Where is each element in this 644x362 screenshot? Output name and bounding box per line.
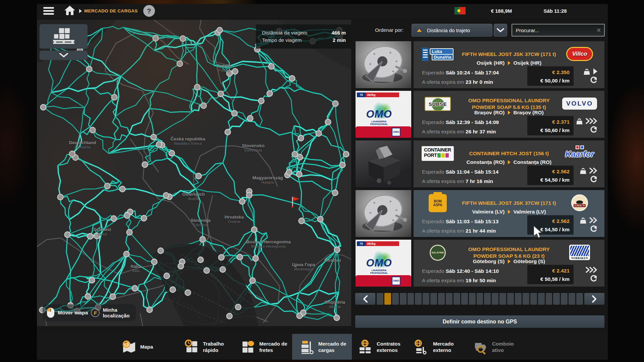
clear-search-icon[interactable]: × xyxy=(597,26,601,34)
page-square[interactable] xyxy=(377,293,383,305)
menu-icon[interactable] xyxy=(43,7,54,15)
cargo-advisor-button[interactable] xyxy=(40,24,88,49)
urgency-icon xyxy=(589,217,598,224)
page-square[interactable] xyxy=(446,293,452,305)
recurring-job-icon xyxy=(590,225,597,232)
page-square[interactable] xyxy=(392,293,399,305)
page-square[interactable] xyxy=(515,293,522,305)
offer-card[interactable]: CONTAINERPORTCONTAINER HITCH JOST (156 t… xyxy=(355,140,604,187)
page-square[interactable] xyxy=(507,293,514,305)
country-label: ItaliaItália xyxy=(131,264,141,273)
page-square[interactable] xyxy=(576,293,583,305)
route-from: Valmiera (LV) xyxy=(472,209,504,215)
offer-recurring xyxy=(590,126,597,133)
recurring-job-icon xyxy=(590,76,597,83)
page-square[interactable] xyxy=(477,293,483,305)
page-square[interactable] xyxy=(530,293,537,305)
page-square[interactable] xyxy=(461,293,468,305)
offer-price: € 2.562 xyxy=(527,167,570,176)
bottom-navigation: MapaTrabalhorápidoMercado defretesMercad… xyxy=(37,334,608,360)
country-label: Kosovo xyxy=(324,258,341,263)
offer-flags xyxy=(576,117,598,125)
map-hints-box: Mover mapa F Minhalocalização xyxy=(43,304,136,321)
map-icon xyxy=(121,339,137,355)
offer-recurring xyxy=(590,175,597,183)
offer-route: Valmiera (LV)Valmiera (LV) xyxy=(447,208,571,216)
map-road-network xyxy=(37,20,351,326)
route-to: Brașov (RO) xyxy=(514,110,544,116)
country-label: MagyarországHungria xyxy=(253,175,283,184)
offer-route: Brașov (RO)Brașov (RO) xyxy=(447,109,571,116)
price-box: € 2.371€ 50,60 / km xyxy=(527,116,574,135)
nav-item-extmarket[interactable]: Mercadoexterno xyxy=(414,334,454,360)
route-arrow-icon xyxy=(508,111,511,115)
nav-item-cargo[interactable]: Mercado decargas xyxy=(292,334,352,360)
page-square[interactable] xyxy=(415,293,422,305)
offer-card[interactable]: BOMASPAFIFTH WHEEL JOST JSK 37CW (171 t)… xyxy=(355,190,604,237)
next-page-button[interactable] xyxy=(584,293,604,305)
external-market-icon xyxy=(414,339,430,355)
freight-offers-panel: Ordenar por: Distância do trajeto Procur… xyxy=(355,20,604,326)
page-square[interactable] xyxy=(469,293,476,305)
offer-card[interactable]: LukaDunaViaFIFTH WHEEL JOST JSK 37CW (17… xyxy=(355,41,604,88)
offer-card[interactable]: 70462kgOMOLAVANDERIAPROFISSIONALOMOSALAT… xyxy=(355,240,604,287)
fifth-wheel-photo xyxy=(356,41,411,88)
price-box: € 2.350€ 50,00 / km xyxy=(527,66,574,86)
nav-item-convoy[interactable]: Comboioativo xyxy=(473,334,514,360)
page-square-active[interactable] xyxy=(384,293,391,305)
nav-item-freight[interactable]: Mercado defretes xyxy=(240,334,287,360)
route-map[interactable]: PolskaPolóniaDeutschlandAlemanhaČeská re… xyxy=(37,20,351,326)
page-square[interactable] xyxy=(400,293,407,305)
offer-recurring xyxy=(590,275,597,282)
offer-route: Göteborg (S)Göteborg (S) xyxy=(447,258,571,265)
sort-selected-value: Distância do trajeto xyxy=(427,27,470,33)
nav-item-map[interactable]: Mapa xyxy=(121,334,153,360)
my-location-hint: Minhalocalização xyxy=(103,307,129,318)
search-placeholder: Procurar... xyxy=(516,27,597,33)
offer-price: € 2.562 xyxy=(527,217,570,226)
page-square[interactable] xyxy=(561,293,568,305)
page-square[interactable] xyxy=(453,293,460,305)
route-to: Valmiera (LV) xyxy=(514,209,546,215)
page-square[interactable] xyxy=(499,293,506,305)
cargo-weight-icon xyxy=(580,167,587,175)
help-button[interactable]: ? xyxy=(143,5,155,17)
sort-dropdown[interactable]: Distância do trajeto xyxy=(412,24,492,37)
nav-item-quickjob[interactable]: Trabalhorápido xyxy=(183,334,224,360)
page-square[interactable] xyxy=(430,293,437,305)
offer-card[interactable]: 70462kgOMOLAVANDERIAPROFISSIONALOMOSUBSE… xyxy=(355,91,604,138)
recurring-job-icon xyxy=(590,176,597,183)
collapse-map-controls-button[interactable] xyxy=(40,51,88,60)
page-square[interactable] xyxy=(546,293,552,305)
mouse-cursor xyxy=(533,225,544,240)
country-label: PolskaPolónia xyxy=(217,63,231,72)
page-square[interactable] xyxy=(423,293,429,305)
country-label: Црна ГораMontenegro xyxy=(292,262,315,271)
mouse-icon xyxy=(47,307,55,318)
page-square[interactable] xyxy=(438,293,445,305)
omo-soap-photo: 70462kgOMOLAVANDERIAPROFISSIONALOMO xyxy=(356,91,411,138)
trip-time-value: 2 min xyxy=(333,37,346,44)
nav-item-contracts[interactable]: Contratosexternos xyxy=(357,334,400,360)
move-map-hint: Mover mapa xyxy=(58,310,88,316)
prev-page-button[interactable] xyxy=(355,293,375,305)
offer-times: Esperado Sáb 12:39 - Sáb 14:09A oferta e… xyxy=(422,118,499,136)
country-label: Bosna i HercegovinaBósnia e Herzegovina xyxy=(246,239,291,248)
page-square[interactable] xyxy=(484,293,491,305)
sort-dropdown-open-button[interactable] xyxy=(494,24,507,37)
page-square[interactable] xyxy=(538,293,545,305)
set-gps-destination-button[interactable]: Definir como destino no GPS xyxy=(355,315,604,328)
offer-price: € 2.350 xyxy=(527,68,570,77)
page-square[interactable] xyxy=(492,293,498,305)
page-square[interactable] xyxy=(553,293,560,305)
route-to: Göteborg (S) xyxy=(514,258,545,264)
pagination xyxy=(355,293,604,305)
search-input[interactable]: Procurar... × xyxy=(512,24,605,37)
cargo-weight-icon xyxy=(576,117,583,125)
page-square[interactable] xyxy=(569,293,575,305)
page-square[interactable] xyxy=(523,293,529,305)
trip-distance-value: 466 m xyxy=(331,29,346,37)
page-square[interactable] xyxy=(408,293,414,305)
breadcrumb-arrow-icon xyxy=(79,9,82,13)
home-icon[interactable] xyxy=(64,5,76,17)
